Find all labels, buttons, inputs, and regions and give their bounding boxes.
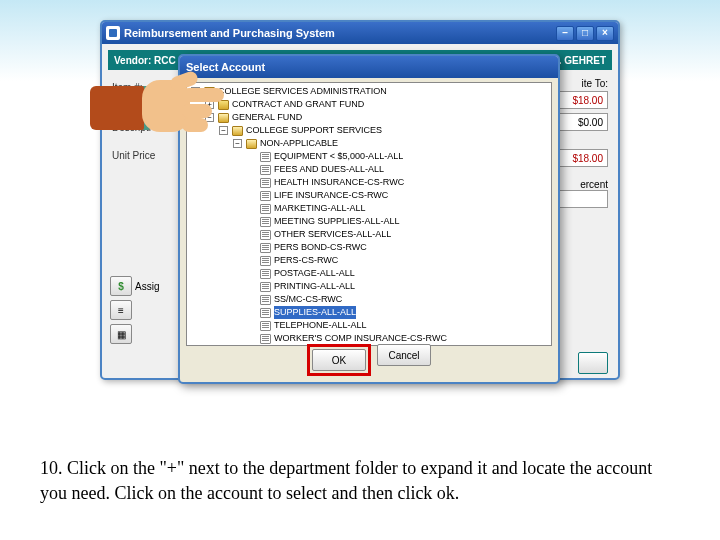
tree-leaf[interactable]: ·LIFE INSURANCE-CS-RWC (189, 189, 549, 202)
tree-label: EQUIPMENT < $5,000-ALL-ALL (274, 150, 403, 163)
ok-highlight-box: OK (307, 344, 371, 376)
bg-secondary-button[interactable] (578, 352, 608, 374)
tree-label: CONTRACT AND GRANT FUND (232, 98, 364, 111)
minimize-button[interactable]: – (556, 26, 574, 41)
dialog-button-row: OK Cancel (180, 344, 558, 376)
account-tree[interactable]: −COLLEGE SERVICES ADMINISTRATION +CONTRA… (186, 82, 552, 346)
document-icon (260, 178, 271, 188)
tree-label: TELEPHONE-ALL-ALL (274, 319, 367, 332)
tree-leaf[interactable]: ·OTHER SERVICES-ALL-ALL (189, 228, 549, 241)
tree-leaf[interactable]: ·PRINTING-ALL-ALL (189, 280, 549, 293)
tree-leaf[interactable]: ·FEES AND DUES-ALL-ALL (189, 163, 549, 176)
tree-leaf[interactable]: ·EQUIPMENT < $5,000-ALL-ALL (189, 150, 549, 163)
tree-leaf[interactable]: ·POSTAGE-ALL-ALL (189, 267, 549, 280)
tree-label: POSTAGE-ALL-ALL (274, 267, 355, 280)
tree-leaf[interactable]: ·MARKETING-ALL-ALL (189, 202, 549, 215)
label-assign: Assig (135, 281, 159, 292)
expand-toggle-icon[interactable]: − (233, 139, 242, 148)
tool-list-icon[interactable]: ≡ (110, 300, 132, 320)
document-icon (260, 217, 271, 227)
document-icon (260, 165, 271, 175)
tree-label: LIFE INSURANCE-CS-RWC (274, 189, 388, 202)
document-icon (260, 204, 271, 214)
tree-leaf[interactable]: ·SS/MC-CS-RWC (189, 293, 549, 306)
tree-leaf-selected[interactable]: ·SUPPLIES-ALL-ALL (189, 306, 549, 319)
document-icon (260, 256, 271, 266)
main-window-title: Reimbursement and Purchasing System (124, 27, 335, 39)
main-titlebar: Reimbursement and Purchasing System – □ … (102, 22, 618, 44)
tree-label: MEETING SUPPLIES-ALL-ALL (274, 215, 400, 228)
tree-label: MARKETING-ALL-ALL (274, 202, 366, 215)
dialog-titlebar: Select Account (180, 56, 558, 78)
cancel-button[interactable]: Cancel (377, 344, 431, 366)
tree-label: COLLEGE SUPPORT SERVICES (246, 124, 382, 137)
tree-leaf[interactable]: ·PERS-CS-RWC (189, 254, 549, 267)
tree-label: SS/MC-CS-RWC (274, 293, 342, 306)
tree-label: HEALTH INSURANCE-CS-RWC (274, 176, 404, 189)
folder-open-icon (232, 126, 243, 136)
maximize-button[interactable]: □ (576, 26, 594, 41)
tool-grid-icon[interactable]: ▦ (110, 324, 132, 344)
document-icon (260, 282, 271, 292)
tree-node-college-support[interactable]: −COLLEGE SUPPORT SERVICES (189, 124, 549, 137)
document-icon (260, 269, 271, 279)
tree-label: GENERAL FUND (232, 111, 302, 124)
document-icon (260, 191, 271, 201)
expand-toggle-icon[interactable]: − (219, 126, 228, 135)
tree-leaf[interactable]: ·HEALTH INSURANCE-CS-RWC (189, 176, 549, 189)
pointing-hand-illustration (90, 58, 220, 158)
ok-button[interactable]: OK (312, 349, 366, 371)
document-icon (260, 321, 271, 331)
app-icon (106, 26, 120, 40)
tree-leaf[interactable]: ·TELEPHONE-ALL-ALL (189, 319, 549, 332)
tree-node-non-applicable[interactable]: −NON-APPLICABLE (189, 137, 549, 150)
instruction-caption: 10. Click on the "+" next to the departm… (40, 456, 680, 505)
folder-open-icon (246, 139, 257, 149)
tree-label: PERS BOND-CS-RWC (274, 241, 367, 254)
select-account-dialog: Select Account −COLLEGE SERVICES ADMINIS… (178, 54, 560, 384)
document-icon (260, 230, 271, 240)
document-icon (260, 308, 271, 318)
tree-node-contract-grant[interactable]: +CONTRACT AND GRANT FUND (189, 98, 549, 111)
document-icon (260, 334, 271, 344)
document-icon (260, 243, 271, 253)
tool-money-icon[interactable]: $ (110, 276, 132, 296)
tree-label: NON-APPLICABLE (260, 137, 338, 150)
tree-label: OTHER SERVICES-ALL-ALL (274, 228, 391, 241)
tree-leaf[interactable]: ·PERS BOND-CS-RWC (189, 241, 549, 254)
document-icon (260, 152, 271, 162)
tree-node-general-fund[interactable]: −GENERAL FUND (189, 111, 549, 124)
tree-node-root[interactable]: −COLLEGE SERVICES ADMINISTRATION (189, 85, 549, 98)
tree-label: FEES AND DUES-ALL-ALL (274, 163, 384, 176)
tree-label: PRINTING-ALL-ALL (274, 280, 355, 293)
close-button[interactable]: × (596, 26, 614, 41)
tree-label: SUPPLIES-ALL-ALL (274, 306, 356, 319)
document-icon (260, 295, 271, 305)
tree-label: COLLEGE SERVICES ADMINISTRATION (218, 85, 387, 98)
tree-label: PERS-CS-RWC (274, 254, 338, 267)
tree-leaf[interactable]: ·MEETING SUPPLIES-ALL-ALL (189, 215, 549, 228)
